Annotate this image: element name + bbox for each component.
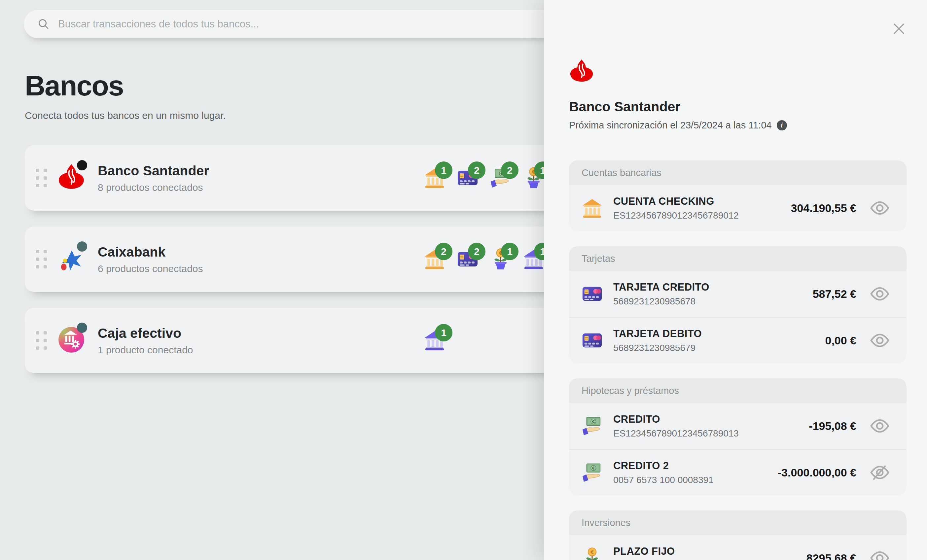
product-name: TARJETA CREDITO [613,281,710,293]
money-plant-icon: € [582,548,603,560]
product-row[interactable]: TARJETA DEBITO 5689231230985679 0,00 € [569,317,907,363]
section-rows: € CREDITO ES1234567890123456789013 -195,… [569,403,907,495]
product-icons: 1 2 € 2 € 1 [424,167,545,189]
eye-off-icon[interactable] [869,464,890,480]
product-name: CREDITO 2 [613,460,714,472]
product-amount: -195,08 € [809,420,856,433]
credit-card-icon [582,283,603,304]
section-title: Tarjetas [569,246,907,271]
svg-text:€: € [590,549,594,555]
product-amount: -3.000.000,00 € [778,466,856,479]
product: 2 [424,248,445,270]
drag-handle-icon[interactable] [36,250,47,269]
cash-box-logo [58,326,85,354]
search-icon [37,18,50,31]
product-row[interactable]: € PLAZO FIJO 0049 0988 7381111988 8295,6… [569,535,907,560]
product-count-badge: 1 [501,243,518,260]
drag-handle-icon[interactable] [36,331,47,350]
svg-text:€: € [591,419,595,424]
bank-detail-panel: Banco Santander Próxima sincronización e… [544,0,927,560]
section-rows: TARJETA CREDITO 5689231230985678 587,52 … [569,271,907,363]
credit-card-icon [582,330,603,351]
product-amount: 0,00 € [825,334,856,347]
product-section: Tarjetas TARJETA CREDITO 568923123098567… [569,246,907,363]
product: 1 [424,167,445,189]
eye-icon[interactable] [869,550,890,560]
section-rows: CUENTA CHECKING ES1234567890123456789012… [569,185,907,231]
product-section: Cuentas bancarias CUENTA CHECKING ES1234… [569,161,907,231]
panel-bank-name: Banco Santander [569,99,907,115]
eye-icon[interactable] [869,332,890,348]
bank-products-count: 1 producto conectado [98,344,193,356]
product-number: 5689231230985679 [613,343,702,353]
caixabank-logo [58,245,85,273]
product: 2 [457,167,479,189]
product-name: CUENTA CHECKING [613,196,739,207]
bank-products-count: 8 productos conectados [98,182,209,193]
product-count-badge: 2 [468,243,485,260]
product: 1 [424,329,445,351]
search-input[interactable] [58,18,618,30]
bank-name: Banco Santander [98,163,209,179]
product-name: CREDITO [613,413,739,425]
svg-text:€: € [591,466,595,470]
status-dot [77,323,87,333]
product-name: PLAZO FIJO [613,545,709,557]
product: € 1 [490,248,512,270]
bank-products-count: 6 productos conectados [98,263,203,275]
product-count-badge: 2 [435,243,453,260]
santander-logo [58,164,85,192]
bank-name: Caixabank [98,244,203,260]
section-rows: € PLAZO FIJO 0049 0988 7381111988 8295,6… [569,535,907,560]
product-sections: Cuentas bancarias CUENTA CHECKING ES1234… [569,161,907,560]
product-icons: 1 [424,329,445,351]
product-number: 0057 6573 100 0008391 [613,475,714,486]
product-number: ES1234567890123456789013 [613,428,739,439]
product-count-badge: 2 [468,161,485,179]
info-icon[interactable]: i [777,120,787,131]
page-subtitle: Conecta todos tus bancos en un mismo lug… [25,110,226,121]
close-icon[interactable] [891,21,907,36]
product: € 2 [490,167,512,189]
product-number: 5689231230985678 [613,296,710,307]
eye-icon[interactable] [869,200,890,216]
product-section: Hipotecas y préstamos € CREDITO ES123456… [569,378,907,495]
santander-logo [569,59,594,83]
product-number: ES1234567890123456789012 [613,210,739,221]
product-amount: 8295,68 € [807,552,856,560]
page-title: Bancos [25,69,226,102]
product: € 1 [523,167,545,189]
eye-icon[interactable] [869,418,890,434]
eye-icon[interactable] [869,286,890,302]
money-hand-icon: € [582,462,603,483]
product-count-badge: 1 [435,324,453,341]
product-icons: 2 2 € 1 1 [424,248,545,270]
drag-handle-icon[interactable] [36,169,47,187]
product-section: Inversiones € PLAZO FIJO 0049 0988 73811… [569,510,907,560]
sync-text: Próxima sincronización el 23/5/2024 a la… [569,120,772,131]
status-dot [77,160,87,170]
search-bar[interactable] [24,10,631,38]
product-count-badge: 1 [435,161,453,179]
product-amount: 304.190,55 € [790,202,856,215]
product-count-badge: 2 [501,161,518,179]
section-title: Hipotecas y préstamos [569,378,907,403]
product-row[interactable]: TARJETA CREDITO 5689231230985678 587,52 … [569,271,907,317]
bank-name: Caja efectivo [98,326,193,341]
sync-status: Próxima sincronización el 23/5/2024 a la… [569,120,907,131]
section-title: Inversiones [569,510,907,535]
section-title: Cuentas bancarias [569,161,907,185]
product-amount: 587,52 € [813,288,856,300]
bank-icon [582,197,603,219]
product: 2 [457,248,479,270]
status-dot [77,241,87,252]
product-row[interactable]: CUENTA CHECKING ES1234567890123456789012… [569,185,907,231]
product-row[interactable]: € CREDITO ES1234567890123456789013 -195,… [569,403,907,449]
money-hand-icon: € [582,415,603,437]
product: 1 [523,248,545,270]
product-name: TARJETA DEBITO [613,328,702,340]
product-row[interactable]: € CREDITO 2 0057 6573 100 0008391 -3.000… [569,449,907,495]
